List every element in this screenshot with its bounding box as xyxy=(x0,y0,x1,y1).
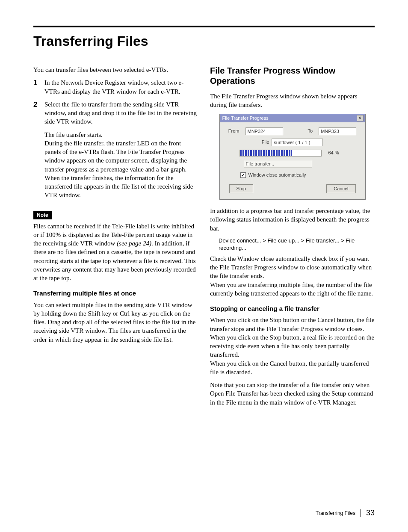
paragraph: The File Transfer Progress window shown … xyxy=(210,92,375,109)
checkbox-label: Window close automatically xyxy=(248,172,306,178)
dialog-body: From MNP324 To MNP323 File sunflower ( 1… xyxy=(220,122,365,200)
section-heading: File Transfer Progress Window Operations xyxy=(210,65,375,86)
step-text: During the file transfer, the transfer L… xyxy=(44,139,198,174)
to-label: To xyxy=(308,128,313,134)
checkbox-icon[interactable]: ✓ xyxy=(240,172,246,178)
stop-button[interactable]: Stop xyxy=(229,184,254,193)
progress-fill xyxy=(240,150,292,156)
status-line: File transfer... xyxy=(244,160,312,168)
intro-paragraph: You can transfer files between two selec… xyxy=(33,65,198,74)
file-field[interactable]: sunflower ( 1 / 1 ) xyxy=(272,139,323,146)
paragraph: When you click on the Stop button, a rea… xyxy=(210,333,375,359)
file-transfer-progress-dialog: File Transfer Progress × From MNP324 To … xyxy=(219,114,366,200)
page-number: 33 xyxy=(366,508,375,517)
page-reference: (see page 24) xyxy=(117,240,151,247)
progress-percent: 64 % xyxy=(328,150,339,156)
subheading-multiple-files: Transferring multiple files at once xyxy=(33,289,198,298)
from-label: From xyxy=(228,128,239,134)
note-block: Note Files cannot be received if the Tel… xyxy=(33,208,198,283)
paragraph: You can select multiple files in the sen… xyxy=(33,301,198,344)
to-field[interactable]: MNP323 xyxy=(319,127,356,135)
file-row: File sunflower ( 1 / 1 ) xyxy=(227,139,358,146)
footer-section-label: Transferring Files xyxy=(316,510,355,516)
page-title: Transferring Files xyxy=(33,33,375,49)
top-rule xyxy=(33,26,375,27)
file-label: File xyxy=(262,139,269,145)
left-column: You can transfer files between two selec… xyxy=(33,65,198,411)
paragraph: When you are transferring multiple files… xyxy=(210,281,375,298)
subheading-stopping: Stopping or canceling a file transfer xyxy=(210,304,375,313)
cancel-button[interactable]: Cancel xyxy=(326,184,355,193)
footer-divider xyxy=(361,509,361,517)
dialog-titlebar: File Transfer Progress × xyxy=(220,114,365,122)
paragraph: When you click on the Cancel button, the… xyxy=(210,359,375,377)
step-body: In the Network Device Register window, s… xyxy=(44,78,198,96)
page-footer: Transferring Files 33 xyxy=(316,508,375,517)
from-to-row: From MNP324 To MNP323 xyxy=(227,127,358,135)
auto-close-checkbox-row[interactable]: ✓ Window close automatically xyxy=(240,172,358,178)
right-column: File Transfer Progress Window Operations… xyxy=(210,65,375,411)
note-badge: Note xyxy=(33,211,52,219)
progress-bar xyxy=(239,150,322,157)
note-body: Files cannot be received if the Tele-Fil… xyxy=(33,222,198,283)
two-column-layout: You can transfer files between two selec… xyxy=(33,65,375,411)
step-text: When the transfer finishes, the informat… xyxy=(44,174,198,200)
step-number: 2 xyxy=(33,100,40,204)
step-text: The file transfer starts. xyxy=(44,130,198,139)
step-text: Select the file to transfer from the sen… xyxy=(44,100,198,126)
dialog-button-row: Stop Cancel xyxy=(227,184,358,195)
step-1: 1 In the Network Device Register window,… xyxy=(33,78,198,96)
close-icon[interactable]: × xyxy=(357,115,364,121)
progress-row: 64 % xyxy=(239,150,358,157)
step-number: 1 xyxy=(33,78,40,96)
step-2: 2 Select the file to transfer from the s… xyxy=(33,100,198,204)
paragraph: When you click on the Stop button or the… xyxy=(210,316,375,333)
manual-page: Transferring Files You can transfer file… xyxy=(0,0,408,532)
step-body: Select the file to transfer from the sen… xyxy=(44,100,198,204)
paragraph: Check the Window close automatically che… xyxy=(210,254,375,281)
paragraph: Note that you can stop the transfer of a… xyxy=(210,381,375,407)
status-sequence: Device connect... > File cue up... > Fil… xyxy=(219,237,375,252)
from-field[interactable]: MNP324 xyxy=(245,127,283,135)
dialog-title: File Transfer Progress xyxy=(222,115,269,121)
paragraph: In addition to a progress bar and transf… xyxy=(210,207,375,233)
